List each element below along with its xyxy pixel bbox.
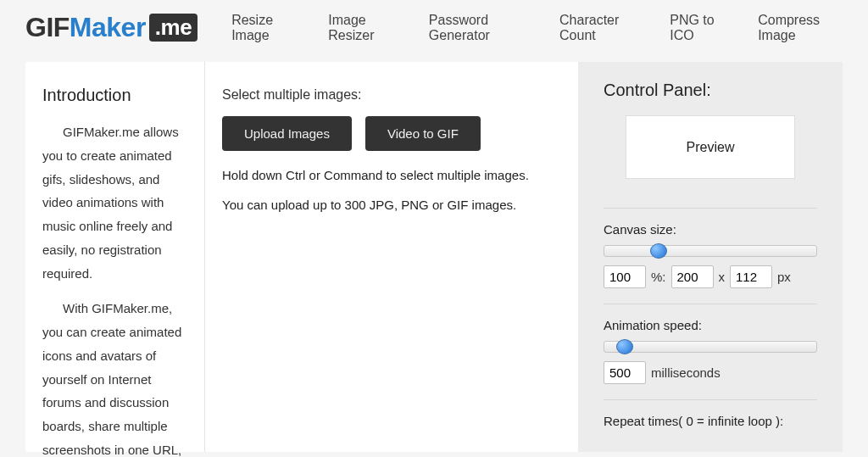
animation-speed-label: Animation speed: bbox=[604, 318, 817, 332]
logo[interactable]: GIFMaker.me bbox=[25, 12, 198, 43]
canvas-size-label: Canvas size: bbox=[604, 222, 817, 237]
percent-symbol: %: bbox=[651, 270, 666, 284]
x-symbol: x bbox=[719, 270, 726, 284]
button-row: Upload Images Video to GIF bbox=[222, 116, 561, 151]
nav-password-generator[interactable]: Password Generator bbox=[429, 13, 531, 43]
repeat-label: Repeat times( 0 = infinite loop ): bbox=[604, 414, 817, 428]
upload-column: Select multiple images: Upload Images Vi… bbox=[205, 62, 578, 452]
nav-resize-image[interactable]: Resize Image bbox=[231, 13, 299, 43]
select-images-label: Select multiple images: bbox=[222, 87, 561, 103]
preview-label: Preview bbox=[687, 140, 735, 155]
canvas-slider-thumb[interactable] bbox=[650, 243, 667, 259]
repeat-section: Repeat times( 0 = infinite loop ): bbox=[604, 399, 817, 452]
header: GIFMaker.me Resize Image Image Resizer P… bbox=[0, 0, 868, 62]
logo-gif: GIF bbox=[25, 12, 70, 43]
intro-paragraph-2: With GIFMaker.me, you can create animate… bbox=[42, 297, 187, 457]
video-to-gif-button[interactable]: Video to GIF bbox=[365, 116, 481, 151]
milliseconds-label: milliseconds bbox=[651, 365, 721, 380]
canvas-percent-input[interactable] bbox=[604, 265, 646, 288]
intro-heading: Introduction bbox=[42, 86, 187, 105]
intro-column: Introduction GIFMaker.me allows you to c… bbox=[25, 62, 205, 452]
canvas-size-section: Canvas size: %: x px bbox=[604, 208, 817, 304]
page: Introduction GIFMaker.me allows you to c… bbox=[25, 62, 843, 452]
top-nav: Resize Image Image Resizer Password Gene… bbox=[231, 13, 843, 43]
limit-hint: You can upload up to 300 JPG, PNG or GIF… bbox=[222, 198, 561, 212]
logo-maker: Maker bbox=[70, 12, 146, 43]
control-panel-title: Control Panel: bbox=[604, 81, 817, 100]
logo-me: .me bbox=[149, 14, 198, 42]
canvas-size-inputs: %: x px bbox=[604, 265, 817, 288]
intro-paragraph-1: GIFMaker.me allows you to create animate… bbox=[42, 120, 187, 285]
upload-images-button[interactable]: Upload Images bbox=[222, 116, 352, 151]
nav-compress-image[interactable]: Compress Image bbox=[758, 13, 843, 43]
animation-speed-section: Animation speed: milliseconds bbox=[604, 304, 817, 399]
canvas-height-input[interactable] bbox=[730, 265, 772, 288]
animation-speed-slider[interactable] bbox=[604, 341, 817, 353]
animation-speed-input[interactable] bbox=[604, 361, 646, 384]
nav-image-resizer[interactable]: Image Resizer bbox=[328, 13, 400, 43]
speed-slider-thumb[interactable] bbox=[616, 339, 633, 354]
ctrl-hint: Hold down Ctrl or Command to select mult… bbox=[222, 168, 561, 182]
canvas-width-input[interactable] bbox=[671, 265, 714, 288]
nav-png-to-ico[interactable]: PNG to ICO bbox=[670, 13, 729, 43]
animation-speed-inputs: milliseconds bbox=[604, 361, 817, 384]
canvas-size-slider[interactable] bbox=[604, 245, 817, 257]
preview-box: Preview bbox=[626, 115, 795, 179]
px-symbol: px bbox=[777, 270, 791, 284]
nav-character-count[interactable]: Character Count bbox=[559, 13, 641, 43]
control-panel: Control Panel: Preview Canvas size: %: x… bbox=[578, 62, 843, 452]
